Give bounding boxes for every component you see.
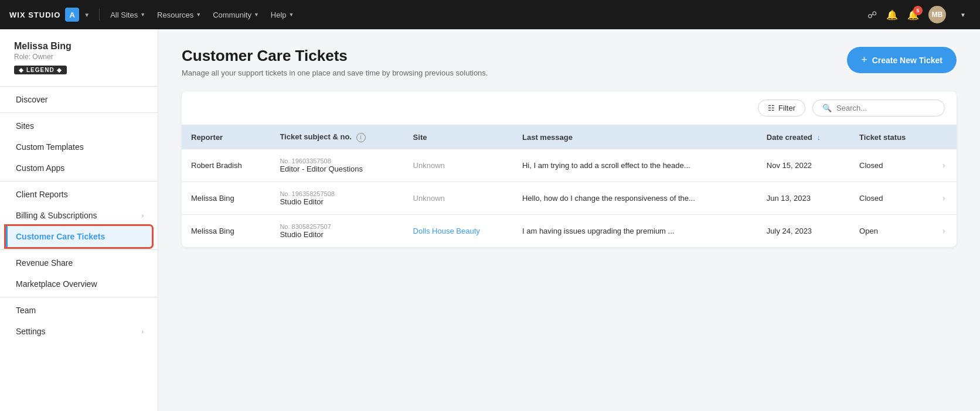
app-layout: Melissa Bing Role: Owner ◆ LEGEND ◆ Disc… <box>0 29 980 411</box>
plus-icon: + <box>861 54 867 66</box>
cell-arrow[interactable]: › <box>933 214 957 247</box>
sidebar-item-discover[interactable]: Discover <box>0 89 158 110</box>
table-row: Melissa Bing No. 196358257508 Studio Edi… <box>182 181 957 214</box>
sidebar-item-revenue-share[interactable]: Revenue Share <box>0 252 158 273</box>
page-title: Customer Care Tickets <box>182 47 488 65</box>
cell-date-created: Nov 15, 2022 <box>757 149 850 182</box>
tickets-table-container: ☷ Filter 🔍 Reporter Ticket subject & no <box>182 91 957 247</box>
cell-date-created: Jun 13, 2023 <box>757 181 850 214</box>
table-row: Robert Bradish No. 19603357508 Editor - … <box>182 149 957 182</box>
create-ticket-button[interactable]: + Create New Ticket <box>847 47 957 73</box>
sidebar-divider <box>0 249 158 250</box>
cell-arrow[interactable]: › <box>933 181 957 214</box>
nav-item-all-sites[interactable]: All Sites ▼ <box>104 0 151 29</box>
cell-status: Closed <box>850 181 933 214</box>
topnav: WIX STUDIO A ▼ All Sites ▼ Resources ▼ C… <box>0 0 980 29</box>
user-avatar-letter[interactable]: A <box>65 8 79 22</box>
col-ticket-status: Ticket status <box>850 125 933 149</box>
messages-icon[interactable]: ☍ <box>867 9 877 20</box>
nav-separator <box>99 9 100 20</box>
main-content: Customer Care Tickets Manage all your su… <box>158 29 980 411</box>
chevron-right-icon[interactable]: › <box>942 226 945 235</box>
chevron-down-icon: ▼ <box>254 12 259 18</box>
sidebar-item-customer-care-tickets[interactable]: Customer Care Tickets <box>6 226 152 247</box>
col-actions <box>933 125 957 149</box>
chevron-right-icon[interactable]: › <box>942 193 945 203</box>
chevron-down-icon: ▼ <box>289 12 294 18</box>
notification-badge: 5 <box>913 6 923 15</box>
col-site: Site <box>404 125 513 149</box>
cell-last-message: I am having issues upgrading the premium… <box>513 214 757 247</box>
cell-status: Open <box>850 214 933 247</box>
sidebar-item-marketplace-overview[interactable]: Marketplace Overview <box>0 273 158 294</box>
ticket-subject: Editor - Editor Questions <box>280 165 394 173</box>
cell-arrow[interactable]: › <box>933 149 957 182</box>
cell-site: Dolls House Beauty <box>404 214 513 247</box>
search-icon: 🔍 <box>822 104 832 112</box>
notifications-icon[interactable]: 🔔 5 <box>907 9 919 20</box>
cell-status: Closed <box>850 149 933 182</box>
cell-date-created: July 24, 2023 <box>757 214 850 247</box>
cell-subject: No. 19603357508 Editor - Editor Question… <box>270 149 403 182</box>
chevron-right-icon[interactable]: › <box>942 160 945 170</box>
avatar-chevron-icon[interactable]: ▼ <box>960 12 966 18</box>
account-chevron-icon[interactable]: ▼ <box>84 12 90 18</box>
page-header-text: Customer Care Tickets Manage all your su… <box>182 47 488 77</box>
chevron-down-icon: ▼ <box>140 12 145 18</box>
diamond-icon: ◆ <box>57 67 62 73</box>
cell-site: Unknown <box>404 181 513 214</box>
table-header: Reporter Ticket subject & no. i Site Las… <box>182 125 957 149</box>
filter-icon: ☷ <box>768 104 775 112</box>
sidebar-item-custom-apps[interactable]: Custom Apps <box>0 157 158 179</box>
profile-name: Melissa Bing <box>14 41 144 52</box>
nav-item-help[interactable]: Help ▼ <box>265 0 300 29</box>
sidebar-item-settings[interactable]: Settings › <box>0 321 158 342</box>
sidebar-item-billing[interactable]: Billing & Subscriptions › <box>0 205 158 226</box>
chevron-right-icon: › <box>142 213 144 219</box>
ticket-subject: Studio Editor <box>280 230 394 239</box>
tickets-tbody: Robert Bradish No. 19603357508 Editor - … <box>182 149 957 247</box>
cell-reporter: Robert Bradish <box>182 149 270 182</box>
site-unknown: Unknown <box>413 161 445 170</box>
cell-last-message: Hi, I am trying to add a scroll effect t… <box>513 149 757 182</box>
chevron-right-icon: › <box>142 328 144 335</box>
site-unknown: Unknown <box>413 194 445 203</box>
filter-button[interactable]: ☷ Filter <box>758 100 805 117</box>
profile-role: Role: Owner <box>14 53 144 61</box>
col-date-created[interactable]: Date created ↓ <box>757 125 850 149</box>
legend-badge: ◆ LEGEND ◆ <box>14 66 67 74</box>
search-box[interactable]: 🔍 <box>812 100 945 117</box>
cell-last-message: Hello, how do I change the responsivenes… <box>513 181 757 214</box>
col-subject: Ticket subject & no. i <box>270 125 403 149</box>
nav-item-community[interactable]: Community ▼ <box>207 0 265 29</box>
ticket-no: No. 83058257507 <box>280 223 394 230</box>
sidebar-item-client-reports[interactable]: Client Reports <box>0 184 158 205</box>
sidebar-item-custom-templates[interactable]: Custom Templates <box>0 136 158 157</box>
sidebar: Melissa Bing Role: Owner ◆ LEGEND ◆ Disc… <box>0 29 158 411</box>
site-link[interactable]: Dolls House Beauty <box>413 227 480 235</box>
search-input[interactable] <box>836 104 935 112</box>
logo[interactable]: WIX STUDIO <box>9 11 60 19</box>
page-subtitle: Manage all your support tickets in one p… <box>182 68 488 77</box>
topnav-right: ☍ 🔔 🔔 5 MB ▼ <box>867 6 971 23</box>
cell-site: Unknown <box>404 149 513 182</box>
info-icon[interactable]: i <box>356 133 366 142</box>
col-last-message: Last message <box>513 125 757 149</box>
sidebar-item-team[interactable]: Team <box>0 300 158 321</box>
chevron-down-icon: ▼ <box>196 12 201 18</box>
cell-reporter: Melissa Bing <box>182 181 270 214</box>
ticket-subject: Studio Editor <box>280 197 394 206</box>
sidebar-item-sites[interactable]: Sites <box>0 115 158 136</box>
user-avatar[interactable]: MB <box>928 6 946 23</box>
tickets-table: Reporter Ticket subject & no. i Site Las… <box>182 125 957 247</box>
nav-item-resources[interactable]: Resources ▼ <box>151 0 207 29</box>
sidebar-divider <box>0 297 158 297</box>
sidebar-profile: Melissa Bing Role: Owner ◆ LEGEND ◆ <box>0 29 158 84</box>
table-row: Melissa Bing No. 83058257507 Studio Edit… <box>182 214 957 247</box>
diamond-icon: ◆ <box>19 67 24 73</box>
bell-icon[interactable]: 🔔 <box>886 9 898 20</box>
cell-subject: No. 83058257507 Studio Editor <box>270 214 403 247</box>
cell-subject: No. 196358257508 Studio Editor <box>270 181 403 214</box>
table-toolbar: ☷ Filter 🔍 <box>182 91 957 125</box>
cell-reporter: Melissa Bing <box>182 214 270 247</box>
